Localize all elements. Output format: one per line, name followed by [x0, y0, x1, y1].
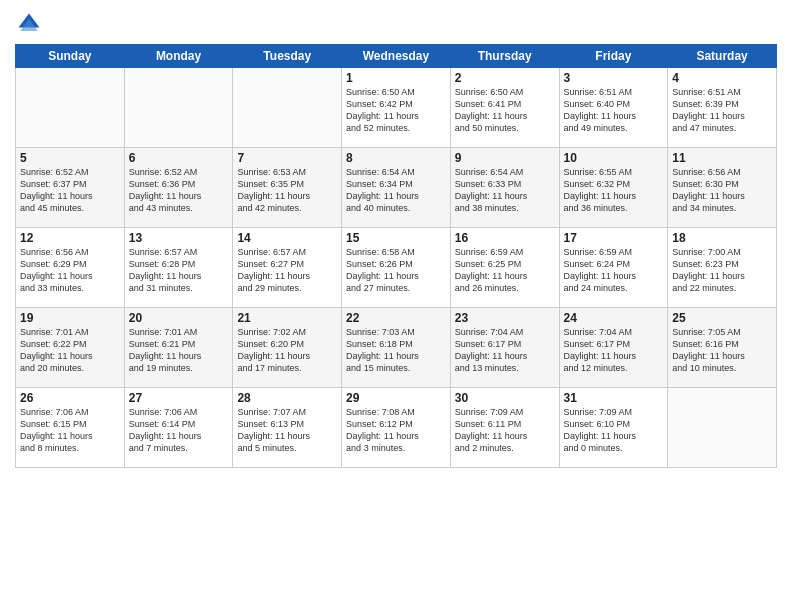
day-info: Sunrise: 6:57 AM Sunset: 6:27 PM Dayligh… [237, 246, 337, 295]
day-info: Sunrise: 6:59 AM Sunset: 6:24 PM Dayligh… [564, 246, 664, 295]
calendar-header-tuesday: Tuesday [233, 45, 342, 68]
day-number: 21 [237, 311, 337, 325]
day-number: 4 [672, 71, 772, 85]
day-number: 23 [455, 311, 555, 325]
calendar-cell: 31Sunrise: 7:09 AM Sunset: 6:10 PM Dayli… [559, 388, 668, 468]
calendar-cell: 23Sunrise: 7:04 AM Sunset: 6:17 PM Dayli… [450, 308, 559, 388]
day-number: 11 [672, 151, 772, 165]
calendar-cell [668, 388, 777, 468]
calendar-header-monday: Monday [124, 45, 233, 68]
day-info: Sunrise: 6:56 AM Sunset: 6:30 PM Dayligh… [672, 166, 772, 215]
calendar-cell: 7Sunrise: 6:53 AM Sunset: 6:35 PM Daylig… [233, 148, 342, 228]
day-info: Sunrise: 6:52 AM Sunset: 6:37 PM Dayligh… [20, 166, 120, 215]
calendar-header-row: SundayMondayTuesdayWednesdayThursdayFrid… [16, 45, 777, 68]
day-info: Sunrise: 6:54 AM Sunset: 6:34 PM Dayligh… [346, 166, 446, 215]
calendar-cell: 20Sunrise: 7:01 AM Sunset: 6:21 PM Dayli… [124, 308, 233, 388]
day-info: Sunrise: 7:00 AM Sunset: 6:23 PM Dayligh… [672, 246, 772, 295]
calendar-table: SundayMondayTuesdayWednesdayThursdayFrid… [15, 44, 777, 468]
day-info: Sunrise: 7:04 AM Sunset: 6:17 PM Dayligh… [564, 326, 664, 375]
day-info: Sunrise: 7:06 AM Sunset: 6:15 PM Dayligh… [20, 406, 120, 455]
calendar-cell: 10Sunrise: 6:55 AM Sunset: 6:32 PM Dayli… [559, 148, 668, 228]
day-number: 5 [20, 151, 120, 165]
day-info: Sunrise: 6:50 AM Sunset: 6:41 PM Dayligh… [455, 86, 555, 135]
day-number: 29 [346, 391, 446, 405]
day-number: 28 [237, 391, 337, 405]
calendar-cell: 5Sunrise: 6:52 AM Sunset: 6:37 PM Daylig… [16, 148, 125, 228]
day-number: 22 [346, 311, 446, 325]
calendar-week-5: 26Sunrise: 7:06 AM Sunset: 6:15 PM Dayli… [16, 388, 777, 468]
calendar-cell: 9Sunrise: 6:54 AM Sunset: 6:33 PM Daylig… [450, 148, 559, 228]
calendar-cell: 29Sunrise: 7:08 AM Sunset: 6:12 PM Dayli… [342, 388, 451, 468]
day-info: Sunrise: 7:09 AM Sunset: 6:10 PM Dayligh… [564, 406, 664, 455]
day-info: Sunrise: 7:07 AM Sunset: 6:13 PM Dayligh… [237, 406, 337, 455]
day-number: 10 [564, 151, 664, 165]
day-number: 17 [564, 231, 664, 245]
day-number: 31 [564, 391, 664, 405]
calendar-cell: 8Sunrise: 6:54 AM Sunset: 6:34 PM Daylig… [342, 148, 451, 228]
calendar-cell: 13Sunrise: 6:57 AM Sunset: 6:28 PM Dayli… [124, 228, 233, 308]
calendar-week-2: 5Sunrise: 6:52 AM Sunset: 6:37 PM Daylig… [16, 148, 777, 228]
calendar-cell: 18Sunrise: 7:00 AM Sunset: 6:23 PM Dayli… [668, 228, 777, 308]
day-number: 18 [672, 231, 772, 245]
calendar-cell: 2Sunrise: 6:50 AM Sunset: 6:41 PM Daylig… [450, 68, 559, 148]
day-number: 30 [455, 391, 555, 405]
calendar-cell: 6Sunrise: 6:52 AM Sunset: 6:36 PM Daylig… [124, 148, 233, 228]
calendar-cell [16, 68, 125, 148]
logo-icon [15, 10, 43, 38]
day-info: Sunrise: 6:59 AM Sunset: 6:25 PM Dayligh… [455, 246, 555, 295]
calendar-week-4: 19Sunrise: 7:01 AM Sunset: 6:22 PM Dayli… [16, 308, 777, 388]
day-number: 12 [20, 231, 120, 245]
day-number: 13 [129, 231, 229, 245]
calendar-cell: 21Sunrise: 7:02 AM Sunset: 6:20 PM Dayli… [233, 308, 342, 388]
day-info: Sunrise: 7:05 AM Sunset: 6:16 PM Dayligh… [672, 326, 772, 375]
calendar-header-wednesday: Wednesday [342, 45, 451, 68]
day-number: 8 [346, 151, 446, 165]
calendar-cell: 16Sunrise: 6:59 AM Sunset: 6:25 PM Dayli… [450, 228, 559, 308]
calendar-cell: 14Sunrise: 6:57 AM Sunset: 6:27 PM Dayli… [233, 228, 342, 308]
calendar-cell: 1Sunrise: 6:50 AM Sunset: 6:42 PM Daylig… [342, 68, 451, 148]
calendar-cell: 28Sunrise: 7:07 AM Sunset: 6:13 PM Dayli… [233, 388, 342, 468]
day-info: Sunrise: 6:56 AM Sunset: 6:29 PM Dayligh… [20, 246, 120, 295]
day-info: Sunrise: 7:06 AM Sunset: 6:14 PM Dayligh… [129, 406, 229, 455]
day-info: Sunrise: 7:03 AM Sunset: 6:18 PM Dayligh… [346, 326, 446, 375]
page: SundayMondayTuesdayWednesdayThursdayFrid… [0, 0, 792, 612]
calendar-cell: 15Sunrise: 6:58 AM Sunset: 6:26 PM Dayli… [342, 228, 451, 308]
day-info: Sunrise: 6:53 AM Sunset: 6:35 PM Dayligh… [237, 166, 337, 215]
day-info: Sunrise: 7:09 AM Sunset: 6:11 PM Dayligh… [455, 406, 555, 455]
day-number: 27 [129, 391, 229, 405]
header [15, 10, 777, 38]
calendar-cell: 11Sunrise: 6:56 AM Sunset: 6:30 PM Dayli… [668, 148, 777, 228]
day-info: Sunrise: 7:01 AM Sunset: 6:22 PM Dayligh… [20, 326, 120, 375]
calendar-cell: 19Sunrise: 7:01 AM Sunset: 6:22 PM Dayli… [16, 308, 125, 388]
day-info: Sunrise: 7:08 AM Sunset: 6:12 PM Dayligh… [346, 406, 446, 455]
calendar-header-saturday: Saturday [668, 45, 777, 68]
day-info: Sunrise: 6:52 AM Sunset: 6:36 PM Dayligh… [129, 166, 229, 215]
calendar-header-sunday: Sunday [16, 45, 125, 68]
day-number: 20 [129, 311, 229, 325]
day-number: 1 [346, 71, 446, 85]
calendar-cell: 22Sunrise: 7:03 AM Sunset: 6:18 PM Dayli… [342, 308, 451, 388]
day-info: Sunrise: 6:58 AM Sunset: 6:26 PM Dayligh… [346, 246, 446, 295]
calendar-cell: 25Sunrise: 7:05 AM Sunset: 6:16 PM Dayli… [668, 308, 777, 388]
calendar-cell: 27Sunrise: 7:06 AM Sunset: 6:14 PM Dayli… [124, 388, 233, 468]
day-number: 19 [20, 311, 120, 325]
day-number: 26 [20, 391, 120, 405]
calendar-cell: 17Sunrise: 6:59 AM Sunset: 6:24 PM Dayli… [559, 228, 668, 308]
day-number: 15 [346, 231, 446, 245]
calendar-cell: 3Sunrise: 6:51 AM Sunset: 6:40 PM Daylig… [559, 68, 668, 148]
day-number: 16 [455, 231, 555, 245]
calendar-cell [124, 68, 233, 148]
day-number: 25 [672, 311, 772, 325]
calendar-week-3: 12Sunrise: 6:56 AM Sunset: 6:29 PM Dayli… [16, 228, 777, 308]
calendar-cell: 26Sunrise: 7:06 AM Sunset: 6:15 PM Dayli… [16, 388, 125, 468]
day-number: 2 [455, 71, 555, 85]
calendar-header-friday: Friday [559, 45, 668, 68]
day-number: 14 [237, 231, 337, 245]
day-info: Sunrise: 6:51 AM Sunset: 6:39 PM Dayligh… [672, 86, 772, 135]
day-info: Sunrise: 7:01 AM Sunset: 6:21 PM Dayligh… [129, 326, 229, 375]
day-number: 3 [564, 71, 664, 85]
calendar-cell: 4Sunrise: 6:51 AM Sunset: 6:39 PM Daylig… [668, 68, 777, 148]
day-info: Sunrise: 6:57 AM Sunset: 6:28 PM Dayligh… [129, 246, 229, 295]
logo [15, 10, 47, 38]
calendar-cell: 30Sunrise: 7:09 AM Sunset: 6:11 PM Dayli… [450, 388, 559, 468]
